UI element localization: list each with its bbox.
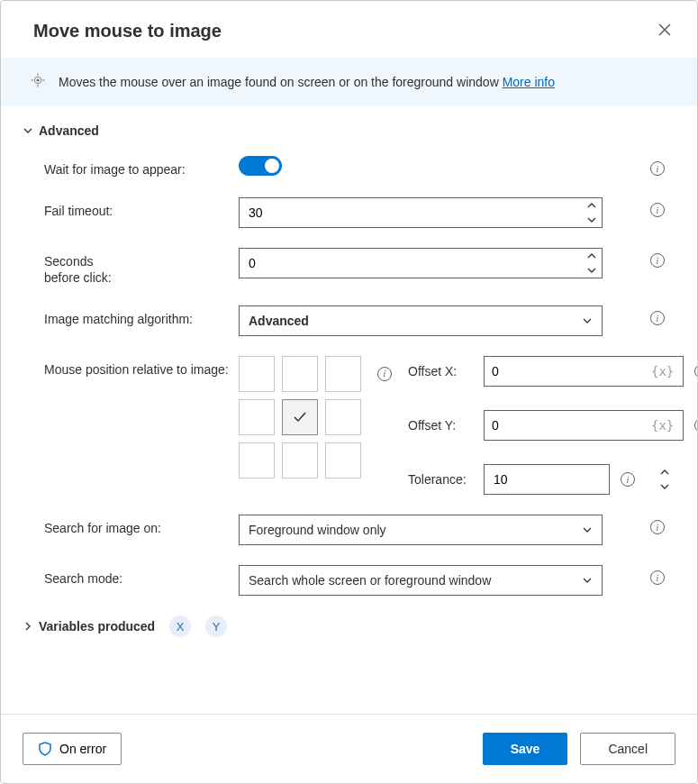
variable-chip-y[interactable]: Y	[205, 615, 227, 637]
toggle-wait-for-image[interactable]	[239, 156, 282, 176]
pos-cell-4-selected[interactable]	[282, 399, 318, 435]
input-offset-x[interactable]	[492, 364, 649, 378]
row-image-matching-algo: Image matching algorithm: Advanced i	[23, 305, 675, 336]
stepper-down[interactable]	[660, 479, 669, 494]
section-advanced-header[interactable]: Advanced	[23, 123, 675, 138]
input-offset-y[interactable]	[492, 418, 649, 433]
select-search-mode[interactable]: Search whole screen or foreground window	[239, 565, 603, 596]
info-icon[interactable]: i	[650, 253, 665, 268]
chevron-down-icon	[23, 125, 33, 136]
pos-cell-3[interactable]	[239, 399, 275, 435]
info-icon[interactable]: i	[650, 520, 665, 534]
more-info-link[interactable]: More info	[503, 75, 555, 89]
select-value: Search whole screen or foreground window	[249, 573, 491, 588]
dialog-move-mouse-to-image: Move mouse to image Moves the mouse over…	[0, 0, 698, 784]
section-advanced-label: Advanced	[39, 123, 99, 138]
chevron-right-icon	[23, 621, 33, 632]
label-seconds-before-click: Seconds before click:	[44, 248, 239, 286]
info-icon[interactable]: i	[650, 161, 665, 176]
row-tolerance: Tolerance: i	[408, 464, 697, 495]
stepper-up[interactable]	[660, 465, 669, 479]
stepper-up[interactable]	[582, 198, 602, 213]
cancel-button[interactable]: Cancel	[580, 733, 675, 765]
pos-cell-7[interactable]	[282, 442, 318, 479]
row-search-on: Search for image on: Foreground window o…	[23, 515, 675, 545]
row-offset-y: Offset Y: {x} i	[408, 410, 697, 441]
info-icon[interactable]: i	[621, 472, 635, 487]
select-value: Advanced	[249, 314, 309, 328]
pos-cell-6[interactable]	[239, 442, 275, 479]
stepper-tolerance	[484, 464, 610, 495]
label-search-mode: Search mode:	[44, 565, 239, 587]
dialog-title: Move mouse to image	[33, 21, 222, 41]
svg-point-1	[37, 79, 39, 81]
shield-icon	[38, 742, 52, 756]
row-fail-timeout: Fail timeout: i	[23, 197, 675, 228]
input-wrap-offset-y: {x}	[484, 410, 684, 441]
description-text: Moves the mouse over an image found on s…	[59, 75, 555, 89]
select-value: Foreground window only	[249, 523, 386, 537]
label-fail-timeout: Fail timeout:	[44, 197, 239, 219]
stepper-down[interactable]	[582, 213, 602, 227]
info-icon[interactable]: i	[650, 570, 665, 585]
info-icon[interactable]: i	[694, 364, 697, 378]
row-mouse-position: Mouse position relative to image: i	[23, 356, 675, 495]
footer-actions: Save Cancel	[483, 733, 675, 765]
chevron-down-icon	[582, 315, 593, 326]
pos-cell-5[interactable]	[325, 399, 361, 435]
save-button[interactable]: Save	[483, 733, 568, 765]
label-wait-for-image: Wait for image to appear:	[44, 156, 239, 178]
label-variables-produced: Variables produced	[39, 619, 155, 634]
target-icon	[30, 72, 46, 91]
stepper-up[interactable]	[582, 249, 602, 263]
chevron-down-icon	[582, 575, 593, 586]
dialog-header: Move mouse to image	[1, 1, 697, 58]
input-wrap-offset-x: {x}	[484, 356, 684, 387]
row-wait-for-image: Wait for image to appear: i	[23, 156, 675, 178]
var-placeholder-icon[interactable]: {x}	[649, 418, 675, 433]
label-offset-x: Offset X:	[408, 364, 473, 378]
stepper-seconds-before-click	[239, 248, 603, 278]
info-icon[interactable]: i	[650, 203, 665, 217]
input-fail-timeout[interactable]	[240, 198, 582, 227]
section-variables-produced[interactable]: Variables produced X Y	[23, 615, 675, 637]
label-mouse-position: Mouse position relative to image:	[44, 356, 239, 378]
position-grid	[239, 356, 361, 479]
variable-chip-x[interactable]: X	[169, 615, 191, 637]
info-icon[interactable]: i	[650, 311, 665, 325]
pos-cell-0[interactable]	[239, 356, 275, 392]
close-button[interactable]	[654, 19, 675, 43]
pos-cell-1[interactable]	[282, 356, 318, 392]
select-image-matching-algo[interactable]: Advanced	[239, 305, 603, 336]
stepper-fail-timeout	[239, 197, 603, 228]
label-tolerance: Tolerance:	[408, 472, 473, 487]
label-image-matching-algo: Image matching algorithm:	[44, 305, 239, 327]
offset-rows: Offset X: {x} i Offset Y: {x} i	[408, 356, 697, 495]
input-seconds-before-click[interactable]	[240, 249, 582, 278]
close-icon	[657, 23, 672, 37]
row-offset-x: Offset X: {x} i	[408, 356, 697, 387]
stepper-down[interactable]	[582, 263, 602, 278]
chevron-down-icon	[582, 524, 593, 535]
label-search-on: Search for image on:	[44, 515, 239, 536]
on-error-button[interactable]: On error	[23, 733, 122, 765]
select-search-on[interactable]: Foreground window only	[239, 515, 603, 545]
check-icon	[292, 409, 308, 425]
dialog-body: Advanced Wait for image to appear: i Fai…	[1, 105, 697, 714]
var-placeholder-icon[interactable]: {x}	[649, 364, 675, 378]
info-icon[interactable]: i	[377, 367, 392, 381]
description-banner: Moves the mouse over an image found on s…	[1, 58, 697, 105]
row-seconds-before-click: Seconds before click: i	[23, 248, 675, 286]
label-offset-y: Offset Y:	[408, 418, 473, 433]
pos-cell-8[interactable]	[325, 442, 361, 479]
pos-cell-2[interactable]	[325, 356, 361, 392]
dialog-footer: On error Save Cancel	[1, 714, 697, 783]
info-icon[interactable]: i	[694, 418, 697, 433]
row-search-mode: Search mode: Search whole screen or fore…	[23, 565, 675, 596]
